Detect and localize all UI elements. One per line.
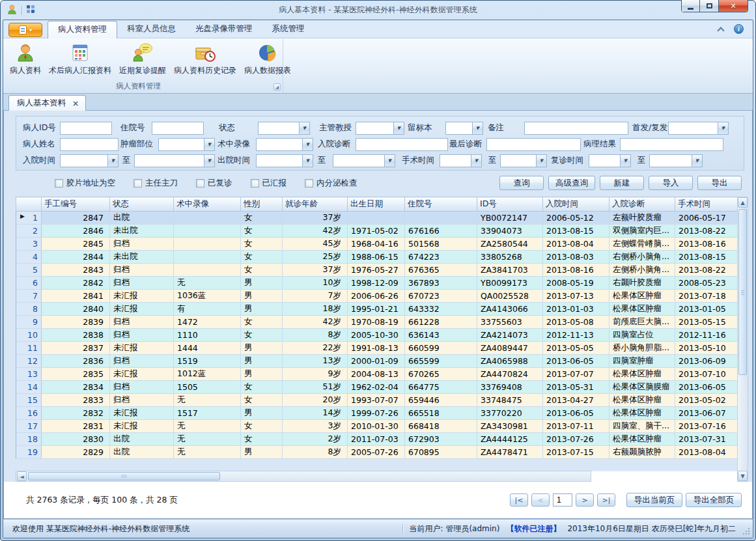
cell-age[interactable]: 2岁 [283,433,348,446]
table-row[interactable]: ▶10 2838 归档 1110 女 8岁 2005-10-30 636143 … [16,329,738,342]
cell-surgery-time[interactable]: 2013-07-18 [675,290,738,303]
cell-age[interactable]: 9岁 [283,368,348,381]
table-row[interactable]: ▶13 2835 未汇报 1012蓝 男 9岁 2004-08-13 67026… [16,368,738,381]
cell-age[interactable]: 37岁 [283,264,348,277]
cell-status[interactable]: 出院 [110,212,174,225]
info-icon[interactable]: i [734,24,744,34]
cell-birth[interactable]: 2010-01-30 [348,420,405,433]
chevron-down-icon[interactable]: ▼ [536,155,546,167]
cell-surgery-time[interactable]: 2013-07-10 [675,368,738,381]
table-row[interactable]: ▶2 2846 未出院 女 42岁 1971-05-02 676166 3390… [16,225,738,238]
row-selector-cell[interactable]: ▶12 [16,355,42,368]
cell-status[interactable]: 未汇报 [110,290,174,303]
chevron-down-icon[interactable]: ▼ [471,155,481,167]
cell-manual-no[interactable]: 2839 [42,316,110,329]
cell-age[interactable]: 10岁 [283,277,348,290]
admit-time-to-combo[interactable]: ▼ [134,154,215,167]
cell-admission-no[interactable]: 670895 [405,446,477,459]
table-row[interactable]: ▶16 2832 未汇报 1517 男 14岁 1999-07-26 66551… [16,407,738,420]
minimize-button[interactable] [681,0,700,12]
cell-video[interactable] [174,238,241,251]
data-report-button[interactable]: 病人数据报表 [240,41,295,77]
cell-admission-no[interactable]: 643332 [405,303,477,316]
cell-diagnosis[interactable]: 松果体区肿瘤 [609,368,675,381]
remark-input[interactable] [524,122,628,135]
cell-gender[interactable]: 男 [241,355,283,368]
row-selector-cell[interactable]: ▶19 [16,446,42,459]
specimen-combo[interactable]: ▼ [445,122,483,135]
col-header-id[interactable]: ID号 [477,197,543,212]
cell-surgery-time[interactable]: 2013-05-10 [675,342,738,355]
ribbon-tab[interactable]: 科室人员信息 [117,21,186,38]
cell-age[interactable]: 42岁 [283,316,348,329]
cell-status[interactable]: 归档 [110,381,174,394]
cell-birth[interactable]: 1968-04-16 [348,238,405,251]
table-row[interactable]: ▶6 2842 归档 无 男 10岁 1998-12-09 367893 YB0… [16,277,738,290]
cell-video[interactable] [174,212,241,225]
cell-gender[interactable]: 男 [241,446,283,459]
cell-gender[interactable]: 女 [241,251,283,264]
col-header-selector[interactable] [16,197,42,212]
cell-status[interactable]: 归档 [110,238,174,251]
col-header-manual-no[interactable]: 手工编号 [42,197,110,212]
cell-age[interactable]: 8岁 [283,446,348,459]
cell-manual-no[interactable]: 2842 [42,277,110,290]
cell-video[interactable]: 无 [174,420,241,433]
cell-admit-time[interactable]: 2013-07-11 [543,420,609,433]
row-selector-cell[interactable]: ▶16 [16,407,42,420]
filter-checkbox[interactable]: 已汇报 [251,178,287,189]
cell-status[interactable]: 归档 [110,355,174,368]
table-row[interactable]: ▶11 2837 未汇报 1444 男 22岁 1991-08-13 66059… [16,342,738,355]
cell-gender[interactable]: 男 [241,368,283,381]
cell-video[interactable] [174,225,241,238]
cell-status[interactable]: 归档 [110,316,174,329]
action-button[interactable]: 新建 [600,176,644,190]
col-header-status[interactable]: 状态 [110,197,174,212]
cell-video[interactable]: 1012蓝 [174,368,241,381]
cell-admission-no[interactable]: 665518 [405,407,477,420]
col-header-surgery-time[interactable]: 手术时间 [675,197,738,212]
col-header-video[interactable]: 术中录像 [174,197,241,212]
status-combo[interactable]: ▼ [258,122,310,135]
cell-status[interactable]: 未汇报 [110,368,174,381]
cell-age[interactable]: 14岁 [283,407,348,420]
cell-status[interactable]: 未汇报 [110,303,174,316]
table-row[interactable]: ▶1 2847 出院 女 37岁 YB0072147 2006-05- [16,212,738,225]
cell-diagnosis[interactable]: 桥小脑角胆脂... [609,342,675,355]
cell-diagnosis[interactable]: 左侧蝶骨嵴脑... [609,238,675,251]
cell-gender[interactable]: 女 [241,381,283,394]
professor-combo[interactable]: ▼ [356,122,404,135]
cell-surgery-time[interactable]: 2013-05-02 [675,394,738,407]
col-header-birth[interactable]: 出生日期 [348,197,405,212]
cell-video[interactable]: 1444 [174,342,241,355]
chevron-down-icon[interactable]: ▼ [472,122,483,134]
table-row[interactable]: ▶12 2836 归档 1519 男 13岁 2000-01-09 665599… [16,355,738,368]
pathology-input[interactable] [620,138,723,151]
scroll-left-icon[interactable]: ◄ [17,471,27,481]
cell-birth[interactable]: 2005-07-26 [348,446,405,459]
cell-id[interactable]: ZA4470824 [477,368,543,381]
cell-status[interactable]: 归档 [110,329,174,342]
chevron-down-icon[interactable]: ▼ [692,155,702,167]
dialog-launcher-icon[interactable]: ◢ [273,83,281,90]
cell-id[interactable]: 33748475 [477,394,543,407]
cell-manual-no[interactable]: 2829 [42,446,110,459]
scroll-down-icon[interactable]: ▼ [738,471,748,481]
cell-video[interactable]: 无 [174,433,241,446]
col-header-gender[interactable]: 性别 [241,197,283,212]
vertical-scroll-thumb[interactable] [738,209,747,375]
cell-age[interactable]: 37岁 [283,212,348,225]
cell-status[interactable]: 归档 [110,277,174,290]
cell-admit-time[interactable]: 2013-05-05 [543,342,609,355]
cell-manual-no[interactable]: 2836 [42,355,110,368]
export-all-pages-button[interactable]: 导出全部页 [686,493,742,507]
cell-age[interactable]: 22岁 [283,342,348,355]
cell-birth[interactable]: 1998-12-09 [348,277,405,290]
filter-checkbox[interactable]: 内分泌检查 [305,178,357,189]
action-button[interactable]: 查询 [499,176,544,190]
registered-badge[interactable]: 【软件已注册】 [506,523,561,534]
cell-birth[interactable]: 2004-08-13 [348,368,405,381]
cell-admission-no[interactable]: 676365 [405,264,477,277]
cell-manual-no[interactable]: 2844 [42,251,110,264]
cell-admit-time[interactable]: 2013-07-07 [543,368,609,381]
